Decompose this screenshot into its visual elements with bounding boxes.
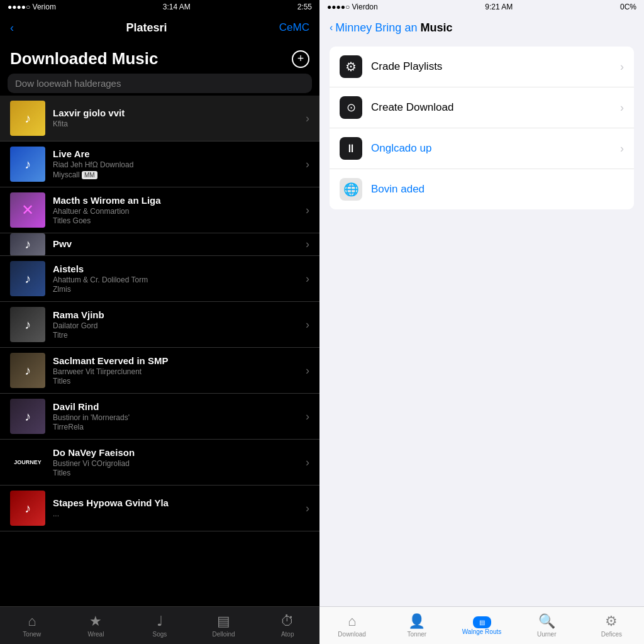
tab-label: Tonew [23,631,41,638]
home-icon-right: ⌂ [348,613,356,630]
nav-title-left: Platesri [126,21,167,35]
time-left: 3:14 AM [163,3,191,11]
back-button-left[interactable]: ‹ [10,21,14,35]
tab-uurner[interactable]: 🔍 Uurner [514,613,579,638]
music-title: Davil Rind [53,401,301,412]
tab-label: Delloind [213,631,235,638]
timer-icon: ⏱ [280,613,294,630]
list-item[interactable]: ♪ Laxvir giolo vvit Kfita › [0,96,319,142]
menu-item-bovin-aded[interactable]: 🌐 Bovin aded [330,169,634,209]
music-info: Live Are Riad Jeh HfΩ Download Miyscall … [53,148,301,180]
list-item[interactable]: ♪ Aistels Ahattum & Cr. Doliloed Torm Zl… [0,256,319,302]
music-title: Do NaVey Faeison [53,447,301,458]
album-art: ♪ [10,307,45,342]
list-item[interactable]: ✕ Macth s Wirome an Liga Ahaltuer & Conm… [0,187,319,233]
music-subtitle-2: Zlmis [53,285,301,294]
album-art: ✕ [10,192,45,228]
album-art: ♪ [10,147,45,182]
menu-item-crade-playlists[interactable]: ⚙ Crade Playlists › [330,47,634,87]
add-button[interactable]: + [292,50,309,68]
tab-defices[interactable]: ⚙ Defices [579,613,644,638]
list-item[interactable]: ♪ Saclmant Everved in SMP Barrweer Vit T… [0,348,319,394]
music-info: Macth s Wirome an Liga Ahaltuer & Conmar… [53,195,301,226]
nav-bar-left: ‹ Platesri CeMC [0,14,319,42]
chevron-right-icon: › [306,272,309,286]
tab-label: Download [338,631,365,638]
music-title: Stapes Hypowa Gvind Yla [53,497,301,508]
search-icon: 🔍 [538,613,555,630]
list-item[interactable]: ♪ Live Are Riad Jeh HfΩ Download Miyscal… [0,142,319,187]
chevron-right-icon: › [306,112,309,125]
tab-label: Atop [281,631,294,638]
music-subtitle-2: Titre [53,331,301,340]
menu-label-create-download: Create Download [371,101,620,114]
tab-atop[interactable]: ⏱ Atop [255,613,319,638]
music-subtitle: Kfita [53,119,301,128]
status-bar-left: ●●●●○ Veriom 3:14 AM 2:55 [0,0,319,14]
album-art: ♪ [10,261,45,296]
tab-wreal[interactable]: ★ Wreal [64,613,128,638]
section-header: Downloaded Music + [0,42,319,74]
music-info: Do NaVey Faeison Bustiner Vi COrigroliad… [53,447,301,478]
list-item[interactable]: ♪ Davil Rind Bustinor in 'Mornerads' Tir… [0,394,319,440]
music-subtitle: Ahaltuer & Conmartion [53,207,301,216]
battery-right: 0C% [620,3,636,11]
menu-list: ⚙ Crade Playlists › ⊙ Create Download › … [330,47,634,209]
nav-bar-right: ‹ Minney Bring an Music [319,14,644,42]
left-panel: ●●●●○ Veriom 3:14 AM 2:55 ‹ Platesri CeM… [0,0,319,644]
time-right: 9:21 AM [485,3,513,11]
bottom-tabs-left: ⌂ Tonew ★ Wreal ♩ Sogs ▤ Delloind ⏱ Atop [0,606,319,644]
list-item[interactable]: ♪ Pwv › [0,233,319,256]
menu-label-bovin-aded: Bovin aded [371,183,624,196]
album-art: JOURNEY [10,445,45,480]
carrier-right: ●●●●○ Vierdon [327,3,378,11]
music-info: Davil Rind Bustinor in 'Mornerads' Tirre… [53,401,301,432]
music-subtitle: Barrweer Vit Tiirperclunent [53,367,301,376]
create-download-icon: ⊙ [340,96,362,119]
tab-download[interactable]: ⌂ Download [319,613,384,638]
music-subtitle-2: Titles [53,469,301,477]
music-badge: MM [82,171,97,179]
music-subtitle-2: TirreRela [53,423,301,431]
tab-tonner[interactable]: 👤 Tonner [384,613,449,638]
music-subtitle: Bustiner Vi COrigroliad [53,459,301,468]
tab-walnge-routs[interactable]: ▤ Walnge Routs [449,616,514,635]
list-item[interactable]: ♪ Stapes Hypowa Gvind Yla ... › [0,486,319,531]
tab-delloind[interactable]: ▤ Delloind [192,613,256,638]
menu-item-onglcado-up[interactable]: ⏸ Onglcado up › [330,128,634,169]
music-subtitle-2: Miyscall MM [53,170,301,179]
active-tab-highlight: ▤ [473,616,491,628]
menu-label-crade-playlists: Crade Playlists [371,60,620,73]
nav-right-button-left[interactable]: CeMC [279,21,309,34]
tab-label: Uurner [537,631,557,638]
nav-title-text[interactable]: Minney Bring an [335,21,417,34]
chevron-icon: › [620,101,624,114]
chevron-right-icon: › [306,158,309,171]
carrier-left: ●●●●○ Veriom [8,3,56,11]
nav-title-right: Minney Bring an Music [335,21,452,35]
star-icon: ★ [89,613,102,630]
music-title: Laxvir giolo vvit [53,108,301,118]
tab-tonew[interactable]: ⌂ Tonew [0,613,64,638]
right-panel: ●●●●○ Vierdon 9:21 AM 0C% ‹ Minney Bring… [319,0,644,644]
music-title: Pwv [53,238,301,249]
list-item[interactable]: ♪ Rama Vjinb Dailator Gord Titre › [0,302,319,348]
battery-left: 2:55 [297,3,312,11]
music-subtitle: ... [53,509,301,518]
music-info: Stapes Hypowa Gvind Yla ... [53,497,301,519]
globe-icon: 🌐 [340,178,362,201]
list-item[interactable]: JOURNEY Do NaVey Faeison Bustiner Vi COr… [0,440,319,486]
home-icon: ⌂ [28,613,36,630]
music-icon: ♩ [157,613,163,630]
chevron-right-icon: › [306,456,309,469]
chevron-right-icon: › [306,502,309,515]
music-info: Pwv [53,238,301,250]
chevron-right-icon: › [306,410,309,423]
menu-item-create-download[interactable]: ⊙ Create Download › [330,87,634,128]
search-bar[interactable]: Dow looewah halderages [8,74,312,93]
tab-sogs[interactable]: ♩ Sogs [128,613,192,638]
gear-icon: ⚙ [605,613,618,630]
music-info: Saclmant Everved in SMP Barrweer Vit Tii… [53,355,301,386]
back-icon-right: ‹ [330,22,333,33]
chevron-right-icon: › [306,204,309,217]
